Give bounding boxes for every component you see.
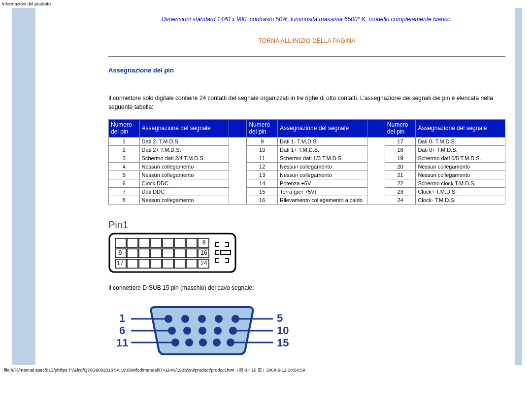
svg-rect-6 bbox=[174, 239, 185, 247]
dsub-l3: 11 bbox=[116, 337, 128, 349]
cell-sig: Schermo dati 2/4 T.M.D.S. bbox=[139, 154, 229, 162]
col-header-num: Numero del pin bbox=[109, 120, 140, 137]
table-row: 5Nessun collegamento13Nessun collegament… bbox=[109, 171, 505, 179]
cell-sig: Potenza +5V bbox=[277, 179, 367, 187]
section-title: Assegnazione dei pin bbox=[108, 67, 505, 74]
table-row: 2Dati 2+ T.M.D.S.10Dati 1+ T.M.D.S.18Dat… bbox=[109, 145, 505, 154]
svg-rect-12 bbox=[151, 249, 162, 258]
svg-text:8: 8 bbox=[202, 239, 206, 246]
svg-text:24: 24 bbox=[200, 260, 207, 267]
col-header-sig: Assegnazione del segnale bbox=[139, 120, 229, 137]
svg-text:16: 16 bbox=[200, 249, 207, 256]
svg-rect-4 bbox=[151, 239, 162, 247]
svg-point-44 bbox=[214, 327, 222, 335]
main-frame: Dimensioni standard 1440 x 900, contrast… bbox=[12, 8, 522, 365]
cell-sig: Nessun collegamento bbox=[277, 171, 367, 179]
cell-num: 10 bbox=[247, 145, 278, 154]
table-row: 3Schermo dati 2/4 T.M.D.S.11Schermo dati… bbox=[109, 154, 505, 162]
cell-num: 19 bbox=[385, 154, 416, 162]
svg-point-37 bbox=[181, 315, 189, 323]
cell-num: 9 bbox=[247, 137, 278, 145]
svg-rect-23 bbox=[186, 259, 197, 268]
cell-num: 20 bbox=[385, 162, 416, 171]
cell-sig: Nessun collegamento bbox=[416, 171, 505, 179]
gap bbox=[229, 137, 247, 145]
gap bbox=[367, 171, 385, 179]
gap bbox=[229, 187, 247, 196]
cell-sig: Schermo clock T.M.D.S. bbox=[416, 179, 505, 187]
page-title-small: Informazioni del prodotto bbox=[0, 0, 532, 8]
settings-note: Dimensioni standard 1440 x 900, contrast… bbox=[108, 16, 505, 23]
cell-num: 23 bbox=[385, 187, 416, 196]
svg-rect-14 bbox=[174, 249, 185, 258]
cell-sig: Clock DDC bbox=[139, 179, 229, 187]
svg-rect-21 bbox=[163, 259, 173, 268]
cell-num: 4 bbox=[109, 162, 140, 171]
cell-num: 18 bbox=[385, 145, 416, 154]
table-row: 7Dati DDC15Terra (per +5V)23Clock+ T.M.D… bbox=[109, 187, 505, 196]
cell-sig: Dati 2- T.M.D.S. bbox=[139, 137, 229, 145]
dsub-l2: 6 bbox=[119, 324, 125, 337]
gap bbox=[367, 154, 385, 162]
dsub-intro: Il connettore D-SUB 15 pin (maschio) del… bbox=[108, 283, 505, 292]
svg-point-48 bbox=[199, 339, 207, 346]
divider bbox=[108, 56, 505, 57]
pin-table: Numero del pin Assegnazione del segnale … bbox=[108, 119, 505, 205]
svg-point-38 bbox=[198, 315, 206, 323]
svg-point-39 bbox=[215, 315, 223, 323]
cell-num: 15 bbox=[247, 187, 278, 196]
cell-sig: Nessun collegamento bbox=[139, 196, 229, 204]
svg-text:17: 17 bbox=[117, 260, 124, 267]
gap bbox=[229, 171, 247, 179]
svg-rect-5 bbox=[163, 239, 173, 247]
cell-sig: Clock- T.M.D.S. bbox=[416, 196, 505, 204]
gap bbox=[367, 179, 385, 187]
svg-rect-15 bbox=[186, 249, 197, 258]
cell-num: 8 bbox=[109, 196, 140, 204]
table-row: 1Dati 2- T.M.D.S.9Dati 1- T.M.D.S.17Dati… bbox=[109, 137, 505, 145]
cell-sig: Nessun collegamento bbox=[277, 162, 367, 171]
svg-rect-20 bbox=[151, 259, 162, 268]
cell-sig: Nessun collegamento bbox=[139, 162, 229, 171]
cell-sig: Dati 1- T.M.D.S. bbox=[277, 137, 367, 145]
content-area: Dimensioni standard 1440 x 900, contrast… bbox=[35, 8, 515, 365]
svg-rect-10 bbox=[127, 249, 138, 258]
gap bbox=[229, 162, 247, 171]
svg-point-49 bbox=[213, 339, 221, 346]
cell-sig: Dati DDC bbox=[139, 187, 229, 196]
col-header-num: Numero del pin bbox=[247, 120, 278, 137]
svg-text:9: 9 bbox=[119, 249, 122, 256]
cell-num: 24 bbox=[385, 196, 416, 204]
cell-num: 3 bbox=[109, 154, 140, 162]
gap bbox=[229, 120, 247, 137]
col-header-num: Numero del pin bbox=[385, 120, 416, 137]
col-header-sig: Assegnazione del segnale bbox=[416, 120, 505, 137]
dsub-r2: 10 bbox=[277, 324, 289, 337]
cell-sig: Terra (per +5V) bbox=[277, 187, 367, 196]
cell-num: 16 bbox=[247, 196, 278, 204]
dsub-r1: 5 bbox=[277, 312, 283, 324]
gap bbox=[229, 179, 247, 187]
svg-rect-3 bbox=[139, 239, 150, 247]
dvi-diagram: Pin1 8 9 16 17 24 bbox=[108, 219, 505, 274]
cell-num: 6 bbox=[109, 179, 140, 187]
cell-num: 14 bbox=[247, 179, 278, 187]
cell-sig: Nessun collegamento bbox=[416, 162, 505, 171]
cell-sig: Schermo dati 0/5 T.M.D.S. bbox=[416, 154, 505, 162]
cell-sig: Dati 0+ T.M.D.S. bbox=[416, 145, 505, 154]
gap bbox=[367, 162, 385, 171]
dvi-connector-icon: 8 9 16 17 24 bbox=[108, 233, 236, 273]
cell-num: 22 bbox=[385, 179, 416, 187]
gap bbox=[367, 196, 385, 204]
cell-sig: Dati 0- T.M.D.S. bbox=[416, 137, 505, 145]
table-row: 6Clock DDC14Potenza +5V22Schermo clock T… bbox=[109, 179, 505, 187]
cell-num: 5 bbox=[109, 171, 140, 179]
svg-rect-13 bbox=[163, 249, 173, 258]
back-to-top-link[interactable]: TORNA ALL'INIZIO DELLA PAGINA bbox=[108, 37, 505, 44]
svg-rect-2 bbox=[127, 239, 138, 247]
svg-point-47 bbox=[185, 339, 193, 346]
gap bbox=[367, 145, 385, 154]
col-header-sig: Assegnazione del segnale bbox=[277, 120, 367, 137]
cell-num: 13 bbox=[247, 171, 278, 179]
table-row: 4Nessun collegamento12Nessun collegament… bbox=[109, 162, 505, 171]
